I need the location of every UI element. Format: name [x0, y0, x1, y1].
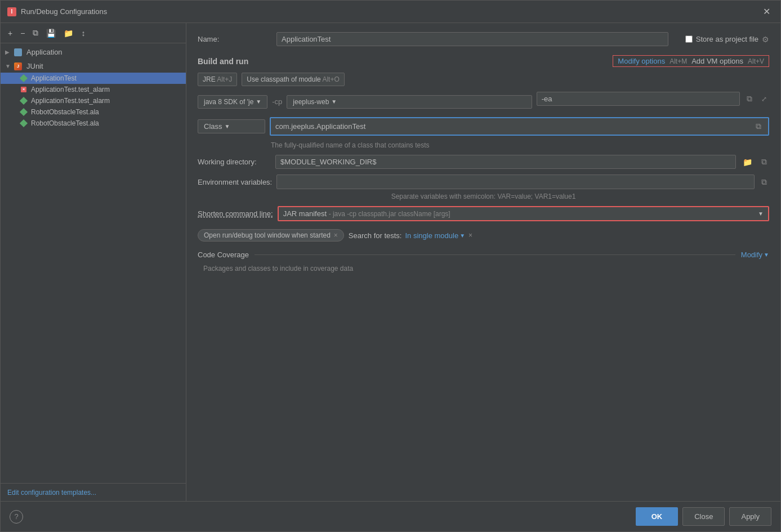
class-input-box: ⧉: [270, 117, 769, 136]
shorten-chevron-icon: ▼: [758, 211, 764, 217]
junit-label: JUnit: [26, 62, 43, 70]
class-input[interactable]: [275, 122, 753, 131]
junit-item-robot2[interactable]: RobotObstacleTest.ala: [1, 118, 186, 129]
shorten-row: Shorten command line: JAR manifest - jav…: [198, 206, 769, 221]
build-run-header: Build and run Modify options Alt+M Add V…: [198, 55, 769, 67]
sdk-dropdown[interactable]: java 8 SDK of 'je ▼: [198, 95, 267, 109]
ok-button[interactable]: OK: [636, 507, 679, 526]
copy-vm-args-button[interactable]: ⧉: [744, 93, 755, 105]
working-dir-input[interactable]: [275, 155, 736, 169]
env-vars-label: Environment variables:: [198, 178, 272, 186]
junit-item-alarm-red-label: ApplicationTest.test_alarm: [31, 86, 110, 93]
shorten-dropdown[interactable]: JAR manifest - java -cp classpath.jar cl…: [278, 206, 769, 221]
env-vars-input[interactable]: [276, 175, 755, 189]
search-for-tests-dropdown[interactable]: In single module ▼: [405, 231, 465, 240]
green-diamond-icon-2: [20, 97, 28, 105]
green-diamond-icon-4: [20, 119, 28, 127]
config-form: Name: Store as project file ⚙ Build and …: [186, 23, 780, 501]
copy-env-button[interactable]: ⧉: [759, 176, 769, 188]
sidebar: + − ⧉ 💾 📁 ↕ ▶ Application ▼: [1, 23, 186, 501]
main-content: + − ⧉ 💾 📁 ↕ ▶ Application ▼: [1, 23, 780, 501]
code-coverage-label: Code Coverage: [198, 251, 249, 259]
remove-config-button[interactable]: −: [17, 27, 28, 39]
tag-open-run: Open run/debug tool window when started …: [198, 229, 344, 242]
tag-open-run-close-button[interactable]: ×: [334, 231, 338, 239]
modify-chevron-icon: ▼: [764, 252, 769, 258]
browse-dir-button[interactable]: 📁: [740, 157, 755, 168]
application-chevron-icon: ▶: [5, 49, 12, 55]
env-vars-row: Environment variables: ⧉: [198, 175, 769, 189]
junit-item-alarm-green-label: ApplicationTest.test_alarm: [31, 97, 110, 105]
sidebar-item-application[interactable]: ▶ Application: [1, 46, 186, 59]
class-chevron-icon: ▼: [225, 123, 230, 129]
sdk-chevron-icon: ▼: [256, 99, 261, 105]
green-diamond-icon-3: [20, 108, 28, 116]
vm-args-row: ⧉ ⤢: [537, 92, 769, 106]
junit-item-label: ApplicationTest: [31, 74, 77, 82]
junit-chevron-icon: ▼: [5, 63, 12, 69]
name-input[interactable]: [276, 32, 668, 46]
search-for-tests-label: Search for tests:: [349, 231, 402, 240]
store-project-checkbox[interactable]: [685, 35, 693, 43]
sep-hint: Separate variables with semicolon: VAR=v…: [198, 193, 769, 200]
name-row: Name: Store as project file ⚙: [198, 32, 769, 46]
class-hint: The fully-qualified name of a class that…: [198, 141, 769, 149]
dialog-close-button[interactable]: ✕: [760, 5, 774, 18]
junit-item-alarm-red[interactable]: × ApplicationTest.test_alarm: [1, 84, 186, 95]
bottom-bar: ? OK Close Apply: [1, 501, 780, 531]
class-dropdown[interactable]: Class ▼: [198, 119, 265, 133]
jre-button[interactable]: JRE Alt+J: [198, 73, 237, 86]
class-label: Class: [204, 122, 222, 131]
junit-item-alarm-green[interactable]: ApplicationTest.test_alarm: [1, 95, 186, 106]
search-close-button[interactable]: ×: [468, 231, 472, 239]
divider-line: [255, 254, 735, 255]
expand-vm-args-button[interactable]: ⤢: [759, 94, 769, 104]
use-classpath-button[interactable]: Use classpath of module Alt+O: [242, 73, 344, 86]
folder-button[interactable]: 📁: [61, 27, 76, 39]
right-panel: Name: Store as project file ⚙ Build and …: [186, 23, 780, 501]
tags-row: Open run/debug tool window when started …: [198, 229, 769, 242]
copy-class-button[interactable]: ⧉: [753, 120, 764, 132]
application-label: Application: [26, 48, 63, 56]
run-debug-dialog: I Run/Debug Configurations ✕ + − ⧉ 💾 📁 ↕…: [0, 0, 781, 532]
copy-dir-button[interactable]: ⧉: [759, 156, 769, 168]
modify-options-box: Modify options Alt+M Add VM options Alt+…: [613, 55, 769, 67]
add-config-button[interactable]: +: [5, 27, 15, 39]
module-chevron-icon: ▼: [331, 99, 337, 105]
junit-section: ▼ J JUnit ApplicationTest × ApplicationT…: [1, 59, 186, 130]
save-config-button[interactable]: 💾: [43, 27, 59, 39]
help-button[interactable]: ?: [10, 510, 23, 524]
module-dropdown[interactable]: jeeplus-web ▼: [287, 95, 532, 109]
shorten-label: Shorten command line:: [198, 209, 273, 218]
sidebar-toolbar: + − ⧉ 💾 📁 ↕: [1, 23, 186, 43]
working-dir-label: Working directory:: [198, 158, 271, 166]
junit-item-robot2-label: RobotObstacleTest.ala: [31, 119, 99, 127]
red-x-icon: ×: [21, 87, 26, 92]
edit-templates-link[interactable]: Edit configuration templates...: [7, 489, 96, 497]
green-diamond-icon: [20, 74, 28, 82]
packages-hint: Packages and classes to include in cover…: [203, 265, 769, 272]
build-run-title: Build and run: [198, 57, 248, 66]
junit-item-application-test[interactable]: ApplicationTest: [1, 73, 186, 84]
junit-item-robot1[interactable]: RobotObstacleTest.ala: [1, 106, 186, 118]
copy-config-button[interactable]: ⧉: [30, 26, 41, 39]
action-buttons: OK Close Apply: [636, 507, 771, 526]
shorten-value: JAR manifest - java -cp classpath.jar cl…: [283, 209, 450, 218]
apply-button[interactable]: Apply: [729, 507, 771, 526]
vm-args-input[interactable]: [537, 92, 740, 106]
sidebar-tree: ▶ Application ▼ J JUnit ApplicationTest: [1, 43, 186, 483]
build-run-section: Build and run Modify options Alt+M Add V…: [198, 55, 769, 242]
app-icon: I: [7, 7, 16, 16]
close-button[interactable]: Close: [682, 507, 725, 526]
add-vm-label: Add VM options: [691, 57, 743, 65]
modify-coverage-button[interactable]: Modify ▼: [741, 251, 769, 259]
search-for-tests-value: In single module: [405, 231, 458, 240]
sort-button[interactable]: ↕: [78, 27, 88, 39]
junit-item-robot1-label: RobotObstacleTest.ala: [31, 108, 99, 116]
code-coverage-divider: Code Coverage Modify ▼: [198, 251, 769, 259]
modify-options-link[interactable]: Modify options: [618, 57, 665, 65]
gear-icon[interactable]: ⚙: [762, 35, 769, 44]
sidebar-item-junit[interactable]: ▼ J JUnit: [1, 60, 186, 73]
module-label: jeeplus-web: [293, 98, 329, 106]
store-project-label: Store as project file: [696, 35, 758, 43]
